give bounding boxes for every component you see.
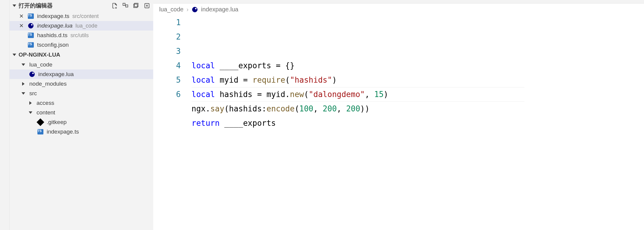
token-string: "dalongdemo" [309,90,365,99]
line-number: 3 [153,44,181,58]
close-all-icon[interactable] [144,2,150,9]
code-line[interactable]: ngx.say(hashids:encode(100, 200, 200)) [192,102,644,116]
token-number: 200 [323,104,337,113]
line-number: 1 [153,15,181,30]
gitkeep-icon [37,119,44,125]
workspace-label: OP-NGINX-LUA [19,52,60,58]
tree-folder[interactable]: content [10,108,153,117]
svg-rect-3 [134,4,137,8]
tree-item-label: lua_code [29,61,52,68]
ts-icon: TS [37,128,44,135]
open-editors-actions [111,2,150,9]
svg-rect-1 [126,5,128,7]
chevron-down-icon [22,63,25,66]
open-editors-header[interactable]: 打开的编辑器 [10,0,153,11]
tabs-bar[interactable] [153,0,644,4]
open-editor-item[interactable]: ✕TStsconfig.json [10,40,153,50]
tree-folder[interactable]: lua_code [10,60,153,69]
tree-folder[interactable]: node_modules [10,79,153,89]
save-all-icon[interactable] [133,2,139,9]
tree-item-label: .gitkeep [47,119,67,125]
tree-folder[interactable]: src [10,89,153,98]
token-string: "hashids" [290,75,332,84]
tree-file[interactable]: indexpage.lua [10,69,153,79]
tree-item-label: content [37,109,55,116]
token-func: new [290,90,304,99]
line-number-gutter: 123456 [153,15,192,230]
token-ident: hashids [215,90,257,99]
tree-item-label: indexpage.ts [47,128,79,135]
lua-icon [29,71,35,78]
file-name: indexpage.lua [37,22,72,29]
token-punc: = [243,75,248,84]
new-file-icon[interactable] [111,2,118,9]
file-tree: lua_codeindexpage.luanode_modulessrcacce… [10,60,153,137]
activity-bar[interactable] [0,0,10,230]
code-content[interactable]: local ____exports = {}local myid = requi… [192,15,644,230]
token-func: require [253,75,285,84]
code-line[interactable]: local hashids = myid.new("dalongdemo", 1… [192,87,644,102]
close-icon[interactable]: ✕ [18,13,25,19]
tree-item-label: access [37,100,54,106]
token-punc: )) [360,104,370,113]
token-ident: myid. [262,90,290,99]
token-punc: ) [384,90,388,99]
line-number: 6 [153,87,181,102]
lua-icon [192,6,198,13]
file-path: lua_code [75,23,97,29]
workspace-header[interactable]: OP-NGINX-LUA [10,50,153,60]
token-number: 100 [299,104,313,113]
chevron-down-icon [29,111,32,114]
token-punc [248,75,253,84]
sidebar: 打开的编辑器 ✕TSindexpage.tssrc/content✕indexp… [10,0,153,230]
line-number: 5 [153,73,181,87]
token-punc: {} [285,61,294,70]
tree-file[interactable]: TSindexpage.ts [10,127,153,137]
toggle-layout-icon[interactable] [122,2,129,9]
token-number: 200 [346,104,360,113]
file-name: hashids.d.ts [37,32,67,39]
tree-file[interactable]: .gitkeep [10,117,153,127]
open-editors-list: ✕TSindexpage.tssrc/content✕indexpage.lua… [10,11,153,50]
token-punc: ( [294,104,299,113]
token-punc: ) [332,75,337,84]
code-line[interactable]: local ____exports = {} [192,58,644,73]
token-ident: ngx. [192,104,210,113]
file-path: src/utils [70,32,89,39]
breadcrumb-segment[interactable]: indexpage.lua [201,6,239,13]
token-func: say [210,104,224,113]
svg-rect-0 [123,3,125,5]
svg-rect-2 [135,3,138,7]
token-punc: ( [285,75,290,84]
token-keyword: local [192,61,215,70]
code-editor[interactable]: 123456 local ____exports = {}local myid … [153,15,644,230]
open-editor-item[interactable]: ✕TShashids.d.tssrc/utils [10,31,153,40]
tree-item-label: node_modules [29,81,67,87]
token-number: 15 [374,90,384,99]
token-punc: , [313,104,323,113]
close-icon[interactable]: ✕ [18,22,25,29]
token-keyword: return [192,119,220,128]
code-line[interactable]: local myid = require("hashids") [192,73,644,87]
open-editors-label: 打开的编辑器 [19,2,53,10]
lua-icon [28,22,34,29]
token-keyword: local [192,75,215,84]
breadcrumb[interactable]: lua_code › indexpage.lua [153,4,644,15]
open-editor-item[interactable]: ✕TSindexpage.tssrc/content [10,11,153,21]
file-name: indexpage.ts [37,13,69,19]
code-line[interactable] [192,130,644,145]
tree-folder[interactable]: access [10,98,153,108]
tree-item-label: indexpage.lua [38,71,74,78]
breadcrumb-segment[interactable]: lua_code [159,6,183,13]
token-punc: (hashids: [224,104,267,113]
chevron-down-icon [13,4,16,7]
ts-icon: TS [28,32,34,39]
chevron-right-icon [22,82,25,86]
open-editor-item[interactable]: ✕indexpage.lualua_code [10,21,153,31]
token-punc: = [276,61,281,70]
token-punc [280,61,285,70]
chevron-right-icon: › [186,6,189,13]
ts-icon: TS [28,13,34,19]
token-punc: , [365,90,374,99]
code-line[interactable]: return ____exports [192,116,644,130]
